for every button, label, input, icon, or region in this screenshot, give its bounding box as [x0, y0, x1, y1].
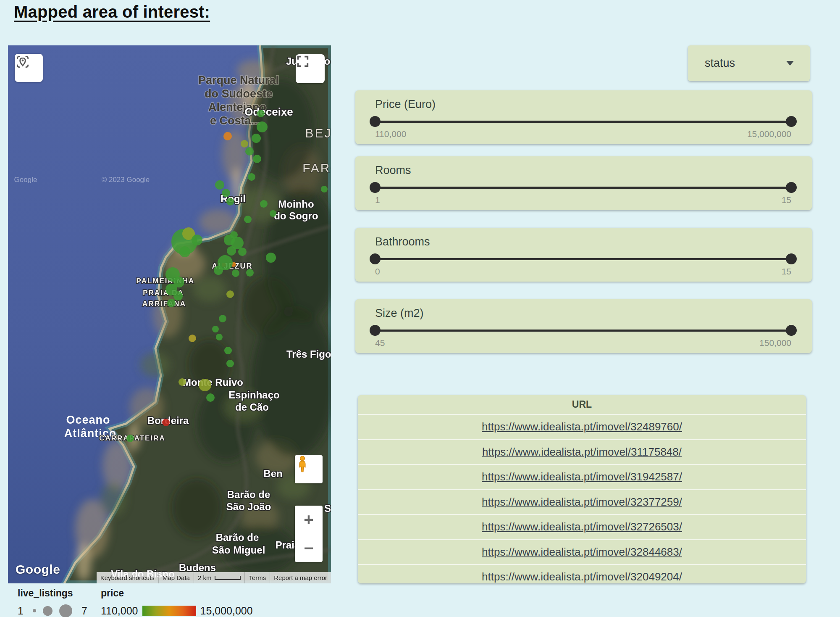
url-link[interactable]: https://www.idealista.pt/imovel/31942587…	[482, 470, 682, 483]
table-row: https://www.idealista.pt/imovel/32844683…	[358, 539, 806, 564]
report-map-error-link[interactable]: Report a map error	[270, 572, 331, 583]
slider-range-labels: 015	[375, 266, 791, 277]
listing-dot[interactable]	[216, 334, 223, 340]
legend-price-max: 15,000,000	[200, 605, 253, 617]
listing-dot[interactable]	[162, 419, 170, 426]
listing-dot[interactable]	[219, 315, 226, 322]
map-label: São Miguel	[212, 544, 265, 556]
keyboard-shortcuts-link[interactable]: Keyboard shortcuts	[97, 572, 158, 583]
listing-dot[interactable]	[321, 186, 328, 192]
map-data-link[interactable]: Map Data	[158, 572, 194, 583]
slider-min-label: 0	[375, 266, 380, 277]
terms-link[interactable]: Terms	[244, 572, 270, 583]
url-link[interactable]: https://www.idealista.pt/imovel/32844683…	[482, 546, 682, 559]
slider-handle-max[interactable]	[786, 253, 797, 264]
map-label: Ben	[263, 468, 282, 479]
slider-handle-max[interactable]	[786, 182, 797, 193]
slider-track[interactable]	[375, 121, 791, 123]
map-label: © 2023 Google	[102, 176, 150, 184]
listing-dot[interactable]	[241, 140, 248, 148]
slider-max-label: 15,000,000	[747, 129, 791, 139]
listing-dot[interactable]	[199, 379, 211, 391]
slider-track[interactable]	[375, 330, 791, 332]
scale-text: 2 km	[198, 574, 212, 581]
slider-card-size: Size (m2)45150,000	[355, 299, 812, 353]
listing-dot[interactable]	[226, 290, 234, 298]
url-link[interactable]: https://www.idealista.pt/imovel/32726503…	[482, 520, 682, 533]
listing-dot[interactable]	[246, 269, 254, 277]
listing-dot[interactable]	[206, 393, 215, 402]
zoom-out-button[interactable]: −	[295, 534, 323, 562]
size-dot-medium	[43, 606, 52, 616]
url-link[interactable]: https://www.idealista.pt/imovel/32377259…	[482, 496, 682, 509]
listing-dot[interactable]	[227, 246, 236, 256]
listing-dot[interactable]	[248, 173, 255, 181]
range-slider[interactable]	[375, 116, 791, 127]
listing-dot[interactable]	[167, 299, 176, 307]
map-label: Monte Ruivo	[183, 377, 243, 388]
chevron-down-icon	[786, 61, 794, 66]
listing-dot[interactable]	[226, 360, 234, 367]
slider-min-label: 45	[375, 338, 385, 348]
listing-dot[interactable]	[230, 231, 238, 239]
listing-dot[interactable]	[178, 378, 186, 386]
url-link[interactable]: https://www.idealista.pt/imovel/31175848…	[482, 446, 682, 459]
map-attribution-bar: Keyboard shortcuts Map Data 2 km Terms R…	[97, 572, 331, 583]
listing-dot[interactable]	[260, 200, 268, 208]
range-slider[interactable]	[375, 325, 791, 335]
zoom-in-button[interactable]: +	[295, 506, 323, 534]
listing-dot[interactable]	[189, 335, 196, 342]
dashboard: Mapped area of interest:	[0, 0, 840, 617]
slider-handle-max[interactable]	[786, 116, 797, 127]
listing-dot[interactable]	[224, 347, 232, 354]
map-label: Moinho	[278, 198, 314, 210]
slider-handle-min[interactable]	[370, 325, 381, 336]
slider-card-rooms: Rooms115	[355, 156, 812, 210]
legend-price: price 110,000 15,000,000	[101, 588, 253, 617]
map-label: S	[324, 503, 331, 514]
slider-handle-min[interactable]	[370, 116, 381, 127]
map-label: Espinhaço	[228, 389, 279, 401]
listing-dot[interactable]	[192, 235, 202, 245]
slider-handle-min[interactable]	[370, 253, 381, 264]
table-row: https://www.idealista.pt/imovel/32726503…	[358, 514, 806, 539]
slider-track[interactable]	[375, 258, 791, 260]
url-link[interactable]: https://www.idealista.pt/imovel/32049204…	[482, 570, 682, 583]
listing-dot[interactable]	[212, 326, 219, 332]
listing-dot[interactable]	[252, 134, 261, 143]
area-select-button[interactable]	[15, 54, 43, 82]
listing-dot[interactable]	[179, 246, 190, 257]
slider-range-labels: 110,00015,000,000	[375, 129, 791, 139]
map-label: Oceano	[66, 414, 110, 426]
slider-track[interactable]	[375, 187, 791, 189]
listing-dot[interactable]	[245, 147, 254, 156]
listing-dot[interactable]	[222, 189, 230, 197]
table-row: https://www.idealista.pt/imovel/32049204…	[358, 564, 806, 583]
slider-label: Size (m2)	[375, 307, 424, 320]
listing-dot[interactable]	[244, 216, 252, 223]
range-slider[interactable]	[375, 254, 791, 264]
url-link[interactable]: https://www.idealista.pt/imovel/32489760…	[482, 420, 682, 433]
listing-dot[interactable]	[257, 121, 268, 132]
slider-handle-max[interactable]	[786, 325, 797, 336]
status-dropdown[interactable]: status	[688, 45, 810, 81]
listing-dot[interactable]	[270, 210, 276, 217]
slider-handle-min[interactable]	[370, 182, 381, 193]
pegman-button[interactable]	[295, 455, 323, 483]
map-label: Três Figos	[286, 348, 331, 360]
listing-dot[interactable]	[238, 248, 247, 256]
listing-dot[interactable]	[126, 435, 134, 442]
listing-dot[interactable]	[266, 253, 276, 263]
listing-dot[interactable]	[223, 132, 232, 140]
listing-dot[interactable]	[232, 269, 239, 277]
fullscreen-button[interactable]	[296, 54, 325, 83]
listing-dot[interactable]	[214, 266, 223, 275]
listing-dot[interactable]	[253, 155, 261, 163]
listing-dot[interactable]	[257, 110, 265, 117]
range-slider[interactable]	[375, 182, 791, 192]
listing-dot[interactable]	[215, 180, 224, 190]
legend-price-title: price	[101, 588, 253, 599]
listing-dot[interactable]	[226, 198, 234, 206]
map[interactable]: Parque Naturaldo SudoesteAlentejanoe Cos…	[8, 45, 331, 583]
listing-dot[interactable]	[173, 291, 183, 301]
